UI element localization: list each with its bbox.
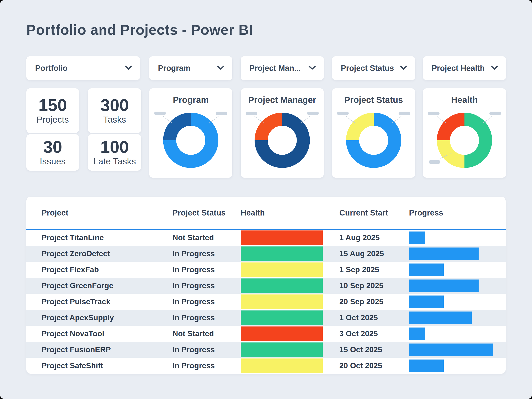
cell-status: Not Started <box>172 329 241 338</box>
chart-title: Project Status <box>332 95 415 105</box>
donut-hole <box>359 126 388 155</box>
cell-status: In Progress <box>172 297 241 306</box>
kpi-label: Issues <box>40 156 65 166</box>
progress-bar <box>409 343 493 356</box>
cell-current-start: 20 Oct 2025 <box>323 361 409 370</box>
cell-current-start: 20 Sep 2025 <box>323 297 409 306</box>
callout-leader-line <box>300 116 310 123</box>
cell-project: Project SafeShift <box>26 361 172 370</box>
cell-progress-track <box>409 311 506 324</box>
table-row-project-zerodefect[interactable]: Project ZeroDefectIn Progress15 Aug 2025 <box>26 246 506 262</box>
cell-progress-track <box>409 296 506 308</box>
filter-dropdown-program[interactable]: Program <box>149 56 232 80</box>
progress-bar <box>409 328 425 340</box>
callout-leader-line <box>392 116 401 123</box>
cell-progress-track <box>409 279 506 292</box>
donut-chart-project-status[interactable] <box>346 113 401 168</box>
chevron-down-icon <box>217 65 224 71</box>
cell-project: Project ApexSupply <box>26 313 172 322</box>
cell-project: Project NovaTool <box>26 329 172 338</box>
cell-project: Project PulseTrack <box>26 297 172 306</box>
table-row-project-fusionerp[interactable]: Project FusionERPIn Progress15 Oct 2025 <box>26 342 506 358</box>
projects-table: ProjectProject StatusHealthCurrent Start… <box>26 197 506 374</box>
cell-progress-track <box>409 328 506 340</box>
donut-chart-health[interactable] <box>437 113 492 168</box>
callout-leader-line <box>254 116 264 123</box>
callout-label-pill <box>429 160 440 164</box>
cell-progress-track <box>409 232 506 244</box>
filter-dropdown-portfolio[interactable]: Portfolio <box>26 56 140 80</box>
cell-health-bar-green <box>241 247 323 261</box>
callout-label-pill <box>428 112 439 115</box>
filter-dropdown-project-status[interactable]: Project Status <box>332 56 415 80</box>
progress-bar <box>409 360 444 372</box>
cell-project: Project GreenForge <box>26 281 172 290</box>
table-row-project-apexsupply[interactable]: Project ApexSupplyIn Progress1 Oct 2025 <box>26 310 506 326</box>
cell-health-bar-yellow <box>241 262 323 277</box>
callout-leader-line <box>437 116 446 123</box>
callout-label-pill <box>154 112 166 115</box>
cell-status: In Progress <box>172 361 241 370</box>
progress-bar <box>409 247 479 260</box>
cell-health-bar-green <box>241 342 323 357</box>
cell-progress-track <box>409 247 506 260</box>
donut-card-health: Health <box>423 88 506 178</box>
filter-label: Project Man... <box>249 64 301 73</box>
kpi-label: Late Tasks <box>93 156 136 166</box>
cell-status: In Progress <box>172 249 241 258</box>
donut-hole <box>268 126 297 155</box>
callout-label-pill <box>246 112 257 115</box>
callout-leader-line <box>209 116 219 123</box>
cell-health-bar-yellow <box>241 359 323 373</box>
chevron-down-icon <box>400 65 407 71</box>
filter-dropdown-project-man[interactable]: Project Man... <box>241 56 324 80</box>
kpi-card-issues: 30Issues <box>26 134 79 171</box>
dashboard-panel: Portfolio and Projects - Power BI Portfo… <box>0 0 532 399</box>
cell-health-bar-yellow <box>241 294 323 309</box>
column-header-project-status: Project Status <box>172 209 241 217</box>
chart-title: Project Manager <box>241 95 324 105</box>
table-header-row: ProjectProject StatusHealthCurrent Start… <box>26 197 506 230</box>
cell-current-start: 15 Oct 2025 <box>323 345 409 354</box>
progress-bar <box>409 232 425 244</box>
filter-label: Project Status <box>341 64 394 73</box>
table-row-project-safeshift[interactable]: Project SafeShiftIn Progress20 Oct 2025 <box>26 358 506 374</box>
table-row-project-flexfab[interactable]: Project FlexFabIn Progress1 Sep 2025 <box>26 262 506 278</box>
donut-card-program: Program <box>149 88 232 178</box>
kpi-value: 100 <box>100 138 129 155</box>
cell-status: In Progress <box>172 265 241 274</box>
donut-chart-program[interactable] <box>163 113 218 168</box>
cell-status: In Progress <box>172 313 241 322</box>
cell-project: Project FusionERP <box>26 345 172 354</box>
table-row-project-greenforge[interactable]: Project GreenForgeIn Progress10 Sep 2025 <box>26 278 506 294</box>
kpi-card-projects: 150Projects <box>26 88 79 133</box>
column-header-health: Health <box>241 209 323 217</box>
donut-hole <box>176 126 205 155</box>
cell-current-start: 15 Aug 2025 <box>323 249 409 258</box>
kpi-card-late-tasks: 100Late Tasks <box>88 134 141 171</box>
page-title: Portfolio and Projects - Power BI <box>26 22 253 38</box>
callout-label-pill <box>307 112 319 115</box>
callout-label-pill <box>399 112 410 115</box>
kpi-value: 150 <box>38 97 67 114</box>
cell-health-bar-red <box>241 326 323 341</box>
cell-current-start: 10 Sep 2025 <box>323 281 409 290</box>
cell-health-bar-green <box>241 279 323 293</box>
table-row-project-novatool[interactable]: Project NovaToolNot Started3 Oct 2025 <box>26 326 506 342</box>
kpi-value: 300 <box>100 97 129 114</box>
cell-progress-track <box>409 264 506 276</box>
callout-leader-line <box>163 116 172 123</box>
cell-status: Not Started <box>172 233 241 242</box>
table-row-project-pulsetrack[interactable]: Project PulseTrackIn Progress20 Sep 2025 <box>26 294 506 310</box>
donut-card-project-manager: Project Manager <box>241 88 324 178</box>
progress-bar <box>409 264 444 276</box>
table-row-project-titanline[interactable]: Project TitanLineNot Started1 Aug 2025 <box>26 230 506 246</box>
filter-dropdown-project-health[interactable]: Project Health <box>423 56 506 80</box>
column-header-progress: Progress <box>409 209 506 217</box>
donut-chart-project-manager[interactable] <box>254 113 310 168</box>
progress-bar <box>409 296 444 308</box>
donut-card-project-status: Project Status <box>332 88 415 178</box>
kpi-card-tasks: 300Tasks <box>88 88 141 133</box>
donut-hole <box>450 126 479 155</box>
chart-title: Health <box>423 95 506 105</box>
